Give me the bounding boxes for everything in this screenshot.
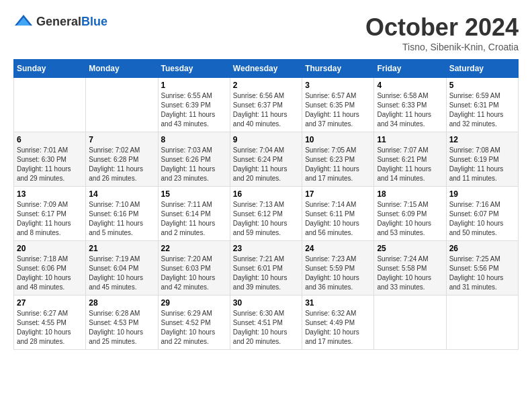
calendar-cell [14, 78, 86, 132]
day-info: Sunrise: 6:58 AM Sunset: 6:33 PM Dayligh… [377, 91, 443, 129]
day-info: Sunrise: 7:20 AM Sunset: 6:03 PM Dayligh… [161, 255, 227, 292]
day-info: Sunrise: 7:25 AM Sunset: 5:56 PM Dayligh… [449, 255, 515, 292]
calendar-cell: 29Sunrise: 6:29 AM Sunset: 4:52 PM Dayli… [158, 295, 230, 350]
day-number: 7 [89, 135, 154, 144]
day-number: 25 [377, 244, 443, 253]
day-number: 26 [449, 244, 515, 253]
calendar-cell: 20Sunrise: 7:18 AM Sunset: 6:06 PM Dayli… [14, 241, 86, 295]
day-number: 12 [449, 135, 515, 144]
day-number: 4 [377, 81, 443, 90]
day-number: 19 [449, 189, 515, 199]
day-info: Sunrise: 7:02 AM Sunset: 6:28 PM Dayligh… [89, 146, 154, 183]
calendar-cell: 13Sunrise: 7:09 AM Sunset: 6:17 PM Dayli… [14, 187, 86, 241]
calendar-cell: 18Sunrise: 7:15 AM Sunset: 6:09 PM Dayli… [374, 187, 446, 241]
day-number: 17 [305, 189, 371, 199]
day-number: 1 [161, 81, 227, 90]
day-number: 18 [377, 189, 443, 199]
day-number: 10 [305, 135, 371, 144]
day-info: Sunrise: 7:01 AM Sunset: 6:30 PM Dayligh… [17, 146, 83, 183]
day-info: Sunrise: 6:29 AM Sunset: 4:52 PM Dayligh… [161, 309, 227, 347]
calendar-cell: 24Sunrise: 7:23 AM Sunset: 5:59 PM Dayli… [302, 241, 374, 295]
day-info: Sunrise: 7:08 AM Sunset: 6:19 PM Dayligh… [449, 146, 515, 183]
day-info: Sunrise: 6:32 AM Sunset: 4:49 PM Dayligh… [305, 309, 371, 347]
day-info: Sunrise: 7:04 AM Sunset: 6:24 PM Dayligh… [233, 146, 299, 183]
day-number: 29 [161, 298, 227, 308]
calendar-cell: 19Sunrise: 7:16 AM Sunset: 6:07 PM Dayli… [446, 187, 518, 241]
day-info: Sunrise: 6:56 AM Sunset: 6:37 PM Dayligh… [233, 91, 299, 129]
calendar-cell: 28Sunrise: 6:28 AM Sunset: 4:53 PM Dayli… [86, 295, 158, 350]
day-number: 8 [161, 135, 227, 144]
calendar-cell: 31Sunrise: 6:32 AM Sunset: 4:49 PM Dayli… [302, 295, 374, 350]
weekday-header-saturday: Saturday [446, 60, 518, 78]
day-info: Sunrise: 7:15 AM Sunset: 6:09 PM Dayligh… [377, 200, 443, 238]
day-number: 15 [161, 189, 227, 199]
calendar-cell: 8Sunrise: 7:03 AM Sunset: 6:26 PM Daylig… [158, 132, 230, 187]
location-subtitle: Tisno, Sibenik-Knin, Croatia [365, 42, 519, 52]
day-number: 28 [89, 298, 154, 308]
weekday-header-friday: Friday [374, 60, 446, 78]
logo: GeneralBlue [13, 13, 107, 30]
day-info: Sunrise: 7:11 AM Sunset: 6:14 PM Dayligh… [161, 200, 227, 238]
day-info: Sunrise: 7:03 AM Sunset: 6:26 PM Dayligh… [161, 146, 227, 183]
page-header: GeneralBlue October 2024 Tisno, Sibenik-… [13, 13, 519, 52]
day-number: 9 [233, 135, 299, 144]
calendar-week-row: 27Sunrise: 6:27 AM Sunset: 4:55 PM Dayli… [14, 295, 519, 350]
month-year-title: October 2024 [365, 13, 519, 42]
calendar-cell: 14Sunrise: 7:10 AM Sunset: 6:16 PM Dayli… [86, 187, 158, 241]
calendar-week-row: 6Sunrise: 7:01 AM Sunset: 6:30 PM Daylig… [14, 132, 519, 187]
calendar-cell: 4Sunrise: 6:58 AM Sunset: 6:33 PM Daylig… [374, 78, 446, 132]
calendar-cell: 11Sunrise: 7:07 AM Sunset: 6:21 PM Dayli… [374, 132, 446, 187]
day-info: Sunrise: 6:55 AM Sunset: 6:39 PM Dayligh… [161, 91, 227, 129]
calendar-cell: 9Sunrise: 7:04 AM Sunset: 6:24 PM Daylig… [230, 132, 302, 187]
calendar-cell: 6Sunrise: 7:01 AM Sunset: 6:30 PM Daylig… [14, 132, 86, 187]
calendar-cell: 25Sunrise: 7:24 AM Sunset: 5:58 PM Dayli… [374, 241, 446, 295]
calendar-table: SundayMondayTuesdayWednesdayThursdayFrid… [13, 59, 519, 350]
day-number: 27 [17, 298, 83, 308]
calendar-cell: 3Sunrise: 6:57 AM Sunset: 6:35 PM Daylig… [302, 78, 374, 132]
calendar-cell: 30Sunrise: 6:30 AM Sunset: 4:51 PM Dayli… [230, 295, 302, 350]
calendar-cell: 5Sunrise: 6:59 AM Sunset: 6:31 PM Daylig… [446, 78, 518, 132]
day-info: Sunrise: 7:14 AM Sunset: 6:11 PM Dayligh… [305, 200, 371, 238]
day-number: 5 [449, 81, 515, 90]
calendar-cell: 21Sunrise: 7:19 AM Sunset: 6:04 PM Dayli… [86, 241, 158, 295]
calendar-cell: 27Sunrise: 6:27 AM Sunset: 4:55 PM Dayli… [14, 295, 86, 350]
weekday-header-thursday: Thursday [302, 60, 374, 78]
day-info: Sunrise: 7:10 AM Sunset: 6:16 PM Dayligh… [89, 200, 154, 238]
title-section: October 2024 Tisno, Sibenik-Knin, Croati… [365, 13, 519, 52]
calendar-cell: 26Sunrise: 7:25 AM Sunset: 5:56 PM Dayli… [446, 241, 518, 295]
calendar-cell: 1Sunrise: 6:55 AM Sunset: 6:39 PM Daylig… [158, 78, 230, 132]
day-number: 2 [233, 81, 299, 90]
day-number: 24 [305, 244, 371, 253]
logo-blue-text: Blue [81, 15, 107, 28]
day-number: 11 [377, 135, 443, 144]
day-number: 13 [17, 189, 83, 199]
day-number: 21 [89, 244, 154, 253]
day-number: 14 [89, 189, 154, 199]
calendar-cell: 22Sunrise: 7:20 AM Sunset: 6:03 PM Dayli… [158, 241, 230, 295]
day-info: Sunrise: 6:28 AM Sunset: 4:53 PM Dayligh… [89, 309, 154, 347]
day-info: Sunrise: 7:16 AM Sunset: 6:07 PM Dayligh… [449, 200, 515, 238]
calendar-week-row: 1Sunrise: 6:55 AM Sunset: 6:39 PM Daylig… [14, 78, 519, 132]
calendar-cell: 10Sunrise: 7:05 AM Sunset: 6:23 PM Dayli… [302, 132, 374, 187]
day-number: 22 [161, 244, 227, 253]
logo-icon [13, 13, 34, 30]
day-number: 6 [17, 135, 83, 144]
calendar-cell: 7Sunrise: 7:02 AM Sunset: 6:28 PM Daylig… [86, 132, 158, 187]
calendar-cell [374, 295, 446, 350]
day-info: Sunrise: 7:13 AM Sunset: 6:12 PM Dayligh… [233, 200, 299, 238]
weekday-header-row: SundayMondayTuesdayWednesdayThursdayFrid… [14, 60, 519, 78]
weekday-header-sunday: Sunday [14, 60, 86, 78]
day-number: 30 [233, 298, 299, 308]
day-number: 31 [305, 298, 371, 308]
day-info: Sunrise: 6:59 AM Sunset: 6:31 PM Dayligh… [449, 91, 515, 129]
day-info: Sunrise: 7:19 AM Sunset: 6:04 PM Dayligh… [89, 255, 154, 292]
day-number: 3 [305, 81, 371, 90]
day-info: Sunrise: 6:27 AM Sunset: 4:55 PM Dayligh… [17, 309, 83, 347]
calendar-cell: 16Sunrise: 7:13 AM Sunset: 6:12 PM Dayli… [230, 187, 302, 241]
logo-general-text: General [36, 15, 81, 28]
day-info: Sunrise: 7:07 AM Sunset: 6:21 PM Dayligh… [377, 146, 443, 183]
calendar-week-row: 13Sunrise: 7:09 AM Sunset: 6:17 PM Dayli… [14, 187, 519, 241]
weekday-header-tuesday: Tuesday [158, 60, 230, 78]
day-info: Sunrise: 7:09 AM Sunset: 6:17 PM Dayligh… [17, 200, 83, 238]
day-number: 23 [233, 244, 299, 253]
